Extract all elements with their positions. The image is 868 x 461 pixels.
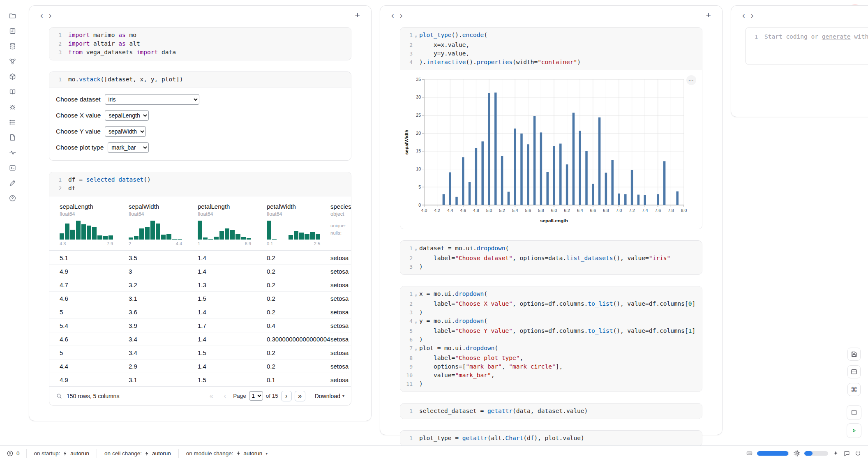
command-button[interactable]: ⌘ xyxy=(847,383,861,396)
console-button[interactable] xyxy=(847,405,861,420)
feedback-icon[interactable] xyxy=(843,450,850,457)
table-cell: 0.1 xyxy=(256,376,326,383)
add-column-button[interactable]: + xyxy=(352,11,363,20)
download-button[interactable]: Download ▾ xyxy=(315,393,344,399)
column-header-petalLength[interactable]: petalLengthfloat6416.9 xyxy=(187,203,256,246)
search-icon[interactable] xyxy=(56,393,62,399)
column-move-right-button[interactable]: › xyxy=(397,11,406,19)
first-page-button[interactable]: « xyxy=(206,391,217,401)
svg-text:4.2: 4.2 xyxy=(434,208,440,213)
sidebar-outline-button[interactable] xyxy=(7,117,17,127)
sidebar-packages-button[interactable] xyxy=(7,71,17,81)
table-cell: 1.4 xyxy=(187,268,256,275)
altair-bar-chart[interactable]: 4.04.24.44.64.85.05.25.45.65.86.06.26.46… xyxy=(403,74,702,227)
sidebar-scratchpad-button[interactable] xyxy=(7,163,17,173)
column-header-species[interactable]: speciesobjectunique:nulls: xyxy=(326,203,351,246)
page-select[interactable]: 1 xyxy=(249,391,263,401)
prev-page-button[interactable]: ‹ xyxy=(219,391,230,401)
column-move-left-button[interactable]: ‹ xyxy=(388,11,397,19)
code-editor[interactable]: 1plot_type = getattr(alt.Chart(df), plot… xyxy=(400,431,702,446)
code-editor[interactable]: 1df = selected_dataset()2df xyxy=(49,172,351,196)
cell-plot-type[interactable]: 1plot_type = getattr(alt.Chart(df), plot… xyxy=(400,430,702,446)
autorun-label: on startup: xyxy=(34,450,60,456)
cell-vstack[interactable]: 1mo.vstack([dataset, x, y, plot]) Choose… xyxy=(49,71,351,161)
table-row: 4.63.11.50.2setosa xyxy=(49,291,351,305)
autorun-setting-0[interactable]: on startup:autorun xyxy=(26,449,97,458)
fold-gutter xyxy=(62,48,68,57)
code-editor[interactable]: 1∨plot_type().encode(2 x=x.value,3 y=y.v… xyxy=(400,28,702,70)
memory-usage-bar[interactable] xyxy=(757,451,789,456)
column-move-right-button[interactable]: › xyxy=(46,11,55,19)
sidebar-errors-button[interactable] xyxy=(7,102,17,112)
line-number: 2 xyxy=(400,300,413,308)
cell-empty[interactable]: 1 Start coding or generate with AI. xyxy=(745,27,868,65)
generate-with-ai-link[interactable]: generate xyxy=(822,33,851,40)
sidebar-documentation-button[interactable] xyxy=(7,87,17,97)
sidebar-tracing-button[interactable] xyxy=(7,148,17,157)
cell-imports[interactable]: 1import marimo as mo2import altair as al… xyxy=(49,27,351,60)
column-move-right-button[interactable]: › xyxy=(748,11,757,19)
sidebar-functions-button[interactable] xyxy=(7,26,17,36)
sidebar-files-button[interactable] xyxy=(7,11,17,21)
cell-selected-dataset[interactable]: 1selected_dataset = getattr(data, datase… xyxy=(400,403,702,419)
cpu-usage-bar[interactable] xyxy=(804,451,828,456)
code-editor[interactable]: 1selected_dataset = getattr(data, datase… xyxy=(400,403,702,419)
add-column-button[interactable]: + xyxy=(703,11,714,20)
cell-plot[interactable]: 1∨plot_type().encode(2 x=x.value,3 y=y.v… xyxy=(400,27,702,229)
column-move-left-button[interactable]: ‹ xyxy=(739,11,748,19)
column-move-left-button[interactable]: ‹ xyxy=(37,11,46,19)
code-line: 3) xyxy=(400,263,699,271)
last-page-button[interactable]: » xyxy=(295,391,305,401)
column-header: ‹ › + xyxy=(29,6,371,25)
code-line: 2 label="Choose X value", options=df.col… xyxy=(400,300,699,308)
floating-tools: ⌘ xyxy=(847,348,861,396)
lightning-icon xyxy=(236,451,241,456)
resource-indicators xyxy=(746,450,861,457)
table-cell: 4.6 xyxy=(49,336,118,343)
column-histogram xyxy=(129,221,182,240)
svg-text:30: 30 xyxy=(416,95,421,99)
sidebar-edit-button[interactable] xyxy=(7,178,17,188)
fold-icon[interactable]: ∨ xyxy=(413,290,419,300)
fold-gutter xyxy=(413,254,419,263)
dataset-select[interactable]: iris xyxy=(105,94,199,105)
autorun-setting-1[interactable]: on cell change:autorun xyxy=(97,449,178,458)
fold-icon[interactable]: ∨ xyxy=(413,344,419,354)
run-button[interactable] xyxy=(847,423,861,438)
chart-actions-button[interactable]: ⋯ xyxy=(686,75,696,85)
cell-xy-plot-dropdowns[interactable]: 1∨x = mo.ui.dropdown(2 label="Choose X v… xyxy=(400,286,702,392)
control-dataset: Choose datasetiris xyxy=(56,94,344,105)
code-line: 2import altair as alt xyxy=(49,39,348,48)
power-icon[interactable] xyxy=(854,450,861,457)
sidebar-snippets-button[interactable] xyxy=(7,132,17,142)
table-cell: 1.4 xyxy=(187,336,256,343)
column-header-petalWidth[interactable]: petalWidthfloat640.12.5 xyxy=(256,203,326,246)
column-header-sepalLength[interactable]: sepalLengthfloat644.37.9 xyxy=(49,203,118,246)
svg-text:6.4: 6.4 xyxy=(577,208,583,213)
cell-dataset-dropdown[interactable]: 1∨dataset = mo.ui.dropdown(2 label="Choo… xyxy=(400,240,702,275)
code-editor[interactable]: 1import marimo as mo2import altair as al… xyxy=(49,28,351,60)
table-cell: setosa xyxy=(326,268,351,275)
autorun-setting-2[interactable]: on module change:autorun▾ xyxy=(178,449,275,458)
y-value-select[interactable]: sepalWidth xyxy=(105,126,146,137)
fold-icon[interactable]: ∨ xyxy=(413,31,419,41)
save-button[interactable] xyxy=(847,348,861,361)
x-value-select[interactable]: sepalLength xyxy=(105,110,149,121)
svg-text:7.2: 7.2 xyxy=(629,208,635,213)
plot-type-select[interactable]: mark_bar xyxy=(108,142,149,153)
code-editor[interactable]: 1mo.vstack([dataset, x, y, plot]) xyxy=(49,72,351,88)
next-page-button[interactable]: › xyxy=(281,391,292,401)
sidebar-datasources-button[interactable] xyxy=(7,41,17,51)
errors-indicator[interactable]: 0 xyxy=(7,450,20,457)
fold-icon[interactable]: ∨ xyxy=(413,317,419,327)
line-number: 2 xyxy=(49,184,62,193)
cell-dataframe[interactable]: 1df = selected_dataset()2df sepalLengthf… xyxy=(49,172,351,406)
layout-button[interactable] xyxy=(847,365,861,378)
sidebar-help-button[interactable] xyxy=(7,193,17,203)
code-editor[interactable]: 1∨x = mo.ui.dropdown(2 label="Choose X v… xyxy=(400,286,702,392)
sidebar-dependencies-button[interactable] xyxy=(7,56,17,66)
code-editor[interactable]: 1∨dataset = mo.ui.dropdown(2 label="Choo… xyxy=(400,241,702,274)
fold-icon[interactable]: ∨ xyxy=(413,244,419,254)
ai-assistant-icon[interactable] xyxy=(832,450,839,457)
column-header-sepalWidth[interactable]: sepalWidthfloat6424.4 xyxy=(118,203,187,246)
